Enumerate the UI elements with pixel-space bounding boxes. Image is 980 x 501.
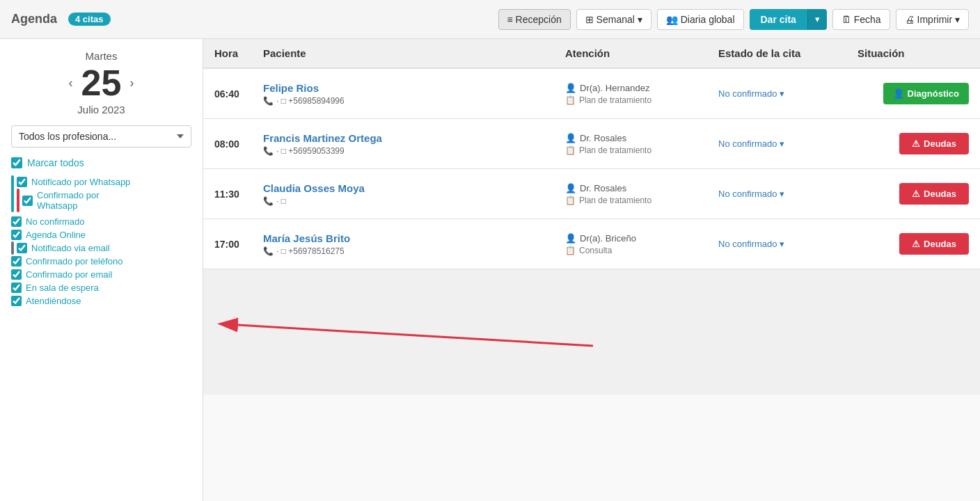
sidebar-date-nav: ‹ 25 › [11, 65, 191, 101]
status-dropdown-1[interactable]: No confirmado ▾ [718, 88, 858, 99]
legend-en-sala[interactable]: En sala de espera [11, 281, 191, 294]
appointment-row-3: 11:30 Claudia Osses Moya 📞 · □ 👤 Dr. Ros… [203, 169, 980, 219]
brand-label: Agenda [11, 12, 57, 26]
apt-patient-name-3[interactable]: Claudia Osses Moya [263, 182, 365, 194]
legend-no-confirmado-checkbox[interactable] [11, 216, 22, 227]
legend-atendiendose-label: Atendiéndose [26, 296, 81, 306]
fecha-label: 🗓 Fecha [841, 14, 881, 25]
apt-patient-name-2[interactable]: Francis Martinez Ortega [263, 132, 382, 144]
apt-plan-3: 📋 Plan de tratamiento [565, 196, 718, 205]
citas-badge: 4 citas [68, 13, 110, 26]
legend-agenda-online-checkbox[interactable] [11, 230, 22, 240]
legend-notificado-whatsapp-label: Notificado por Whatsapp [31, 177, 130, 187]
diagnostico-button-1[interactable]: 👤 Diagnóstico [883, 83, 969, 104]
deudas-button-2[interactable]: ⚠ Deudas [899, 133, 969, 154]
plan-icon-3: 📋 [565, 196, 576, 205]
dar-cita-label: Dar cita [761, 14, 796, 25]
imprimir-button[interactable]: 🖨 Imprimir ▾ [896, 9, 969, 30]
phone-icon-3: 📞 [263, 196, 274, 206]
marcar-todos-checkbox[interactable] [11, 157, 22, 168]
email-legend-group: Notificado via email [11, 241, 191, 255]
deudas-label-2: Deudas [924, 138, 956, 149]
red-arrow-annotation [217, 304, 621, 360]
legend-atendiendose[interactable]: Atendiéndose [11, 294, 191, 308]
deudas-icon-2: ⚠ [912, 138, 920, 149]
diagnostico-label-1: Diagnóstico [908, 88, 959, 99]
legend-no-confirmado[interactable]: No confirmado [11, 215, 191, 228]
legend-agenda-online[interactable]: Agenda Online [11, 228, 191, 241]
sidebar: Martes ‹ 25 › Julio 2023 Todos los profe… [0, 39, 203, 501]
sidebar-month-year: Julio 2023 [11, 104, 191, 116]
apt-attention-3: 👤 Dr. Rosales 📋 Plan de tratamiento [565, 183, 718, 205]
legend-confirmado-email-checkbox[interactable] [11, 269, 22, 280]
confirmado-bar [17, 189, 19, 212]
apt-patient-name-1[interactable]: Felipe Rios [263, 82, 319, 94]
legend-notificado-email-label: Notificado via email [31, 243, 110, 253]
apt-patient-2: Francis Martinez Ortega 📞 · □ +569590533… [263, 132, 565, 156]
apt-time-4: 17:00 [214, 239, 263, 250]
top-navigation: Agenda 4 citas ≡ Recepción ⊞ Semanal ▾ 👥… [0, 0, 980, 39]
apt-time-3: 11:30 [214, 189, 263, 200]
whatsapp-bar [11, 175, 14, 212]
recepcion-label: ≡ Recepción [507, 14, 562, 25]
diaria-global-button[interactable]: 👥 Diaria global [657, 9, 744, 30]
appointment-row-2: 08:00 Francis Martinez Ortega 📞 · □ +569… [203, 119, 980, 169]
profesional-select[interactable]: Todos los profesiona... [11, 125, 191, 148]
apt-patient-4: María Jesús Brito 📞 · □ +56978516275 [263, 232, 565, 256]
legend-confirmado-telefono-checkbox[interactable] [11, 256, 22, 267]
apt-phone-4: 📞 · □ +56978516275 [263, 246, 565, 256]
dar-cita-button[interactable]: Dar cita [750, 9, 807, 30]
whatsapp-legend-group: Notificado por Whatsapp Confirmado porWh… [11, 175, 191, 212]
deudas-icon-3: ⚠ [912, 189, 920, 199]
legend-confirmado-email[interactable]: Confirmado por email [11, 268, 191, 281]
main-layout: Martes ‹ 25 › Julio 2023 Todos los profe… [0, 39, 980, 501]
sidebar-day-label: Martes [11, 50, 191, 62]
apt-phone-2: 📞 · □ +56959053399 [263, 146, 565, 156]
status-dropdown-2[interactable]: No confirmado ▾ [718, 138, 858, 149]
deudas-button-3[interactable]: ⚠ Deudas [899, 183, 969, 205]
next-date-button[interactable]: › [129, 76, 134, 90]
apt-plan-4: 📋 Consulta [565, 246, 718, 255]
legend-no-confirmado-label: No confirmado [26, 216, 85, 227]
deudas-button-4[interactable]: ⚠ Deudas [899, 233, 969, 255]
status-dropdown-3[interactable]: No confirmado ▾ [718, 189, 858, 199]
recepcion-button[interactable]: ≡ Recepción [498, 9, 571, 30]
doctor-icon-1: 👤 [565, 83, 576, 93]
marcar-todos-item[interactable]: Marcar todos [11, 157, 191, 168]
appointments-content: Hora Paciente Atención Estado de la cita… [203, 39, 980, 501]
legend-notificado-whatsapp[interactable]: Notificado por Whatsapp [17, 175, 130, 189]
dar-cita-dropdown-button[interactable]: ▾ [807, 9, 827, 30]
phone-num-4: · □ +56978516275 [276, 246, 345, 256]
apt-doctor-3: 👤 Dr. Rosales [565, 183, 718, 193]
col-situacion: Situación [858, 47, 969, 59]
status-dropdown-4[interactable]: No confirmado ▾ [718, 239, 858, 249]
table-header: Hora Paciente Atención Estado de la cita… [203, 39, 980, 69]
svg-line-1 [238, 325, 593, 346]
plan-icon-4: 📋 [565, 246, 576, 255]
apt-time-1: 06:40 [214, 88, 263, 100]
semanal-button[interactable]: ⊞ Semanal ▾ [576, 9, 651, 30]
empty-area [203, 269, 980, 395]
apt-action-2: ⚠ Deudas [858, 133, 969, 154]
apt-plan-2: 📋 Plan de tratamiento [565, 145, 718, 155]
deudas-icon-4: ⚠ [912, 239, 920, 249]
legend-notificado-email-checkbox[interactable] [17, 243, 27, 253]
legend-atendiendose-checkbox[interactable] [11, 296, 22, 306]
legend-notificado-email[interactable]: Notificado via email [17, 241, 110, 255]
email-bar [11, 241, 14, 255]
fecha-button[interactable]: 🗓 Fecha [832, 9, 890, 30]
apt-patient-name-4[interactable]: María Jesús Brito [263, 232, 350, 244]
legend-en-sala-checkbox[interactable] [11, 283, 22, 293]
whatsapp-items-col: Notificado por Whatsapp Confirmado porWh… [17, 175, 130, 212]
doctor-icon-2: 👤 [565, 133, 576, 143]
apt-action-3: ⚠ Deudas [858, 183, 969, 205]
prev-date-button[interactable]: ‹ [69, 76, 73, 90]
legend-confirmado-whatsapp-checkbox[interactable] [22, 196, 33, 206]
diaria-label: 👥 Diaria global [666, 14, 735, 25]
legend-confirmado-whatsapp[interactable]: Confirmado porWhatsapp [22, 189, 100, 212]
phone-icon-4: 📞 [263, 246, 274, 256]
plan-icon-2: 📋 [565, 145, 576, 155]
legend-confirmado-telefono[interactable]: Confirmado por teléfono [11, 255, 191, 268]
legend-notificado-whatsapp-checkbox[interactable] [17, 177, 27, 187]
semanal-label: ⊞ Semanal ▾ [585, 14, 642, 25]
